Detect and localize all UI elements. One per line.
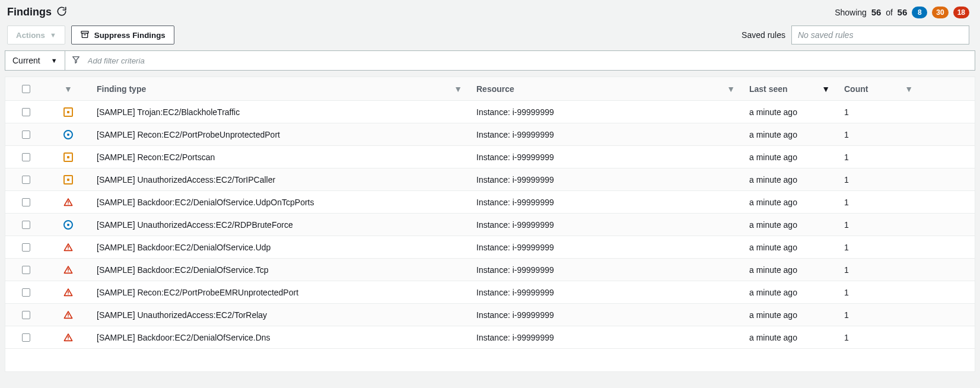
chevron-down-icon: ▼ <box>50 31 56 39</box>
svg-point-4 <box>68 293 68 294</box>
last-seen-cell: a minute ago <box>749 130 797 139</box>
count-cell: 1 <box>844 288 849 297</box>
severity-high-icon <box>63 310 73 320</box>
refresh-icon[interactable] <box>56 6 67 18</box>
finding-type-cell: [SAMPLE] Recon:EC2/PortProbeEMRUnprotect… <box>97 288 298 297</box>
sort-resource[interactable]: ▼ <box>727 84 735 94</box>
archive-icon <box>80 30 90 41</box>
severity-high-icon <box>63 243 73 252</box>
chevron-down-icon: ▼ <box>51 57 58 64</box>
severity-badge-high[interactable]: 18 <box>953 7 969 18</box>
count-cell: 1 <box>844 333 849 342</box>
finding-type-cell: [SAMPLE] UnauthorizedAccess:EC2/TorIPCal… <box>97 175 275 185</box>
row-checkbox[interactable] <box>22 198 30 206</box>
resource-cell: Instance: i-99999999 <box>476 175 554 185</box>
severity-high-icon <box>63 198 73 207</box>
resource-cell: Instance: i-99999999 <box>476 243 554 252</box>
count-cell: 1 <box>844 198 849 207</box>
finding-type-cell: [SAMPLE] Trojan:EC2/BlackholeTraffic <box>97 107 240 117</box>
table-row[interactable]: [SAMPLE] Trojan:EC2/BlackholeTrafficInst… <box>5 101 975 123</box>
count-cell: 1 <box>844 220 849 230</box>
table-row[interactable]: [SAMPLE] Backdoor:EC2/DenialOfService.Ud… <box>5 191 975 214</box>
last-seen-cell: a minute ago <box>749 198 797 207</box>
last-seen-cell: a minute ago <box>749 152 797 162</box>
severity-badge-low[interactable]: 8 <box>912 7 927 18</box>
finding-type-cell: [SAMPLE] Backdoor:EC2/DenialOfService.Tc… <box>97 265 268 275</box>
filter-scope-select[interactable]: Current ▼ <box>5 51 65 70</box>
saved-rules-placeholder: No saved rules <box>798 30 853 40</box>
filter-icon <box>71 55 81 66</box>
row-checkbox[interactable] <box>22 266 30 274</box>
table-row[interactable]: [SAMPLE] Backdoor:EC2/DenialOfService.Tc… <box>5 259 975 281</box>
finding-type-cell: [SAMPLE] UnauthorizedAccess:EC2/RDPBrute… <box>97 220 293 230</box>
resource-cell: Instance: i-99999999 <box>476 130 554 139</box>
sort-count[interactable]: ▼ <box>905 84 913 94</box>
finding-type-cell: [SAMPLE] Backdoor:EC2/DenialOfService.Ud… <box>97 198 314 207</box>
actions-dropdown[interactable]: Actions ▼ <box>7 26 65 44</box>
table-row[interactable]: [SAMPLE] UnauthorizedAccess:EC2/RDPBrute… <box>5 214 975 236</box>
row-checkbox[interactable] <box>22 288 30 297</box>
sort-severity[interactable]: ▼ <box>64 84 72 94</box>
last-seen-cell: a minute ago <box>749 265 797 275</box>
row-checkbox[interactable] <box>22 243 30 252</box>
resource-cell: Instance: i-99999999 <box>476 220 554 230</box>
saved-rules-select[interactable]: No saved rules <box>791 26 969 44</box>
last-seen-cell: a minute ago <box>749 288 797 297</box>
severity-high-icon <box>63 288 73 297</box>
finding-type-cell: [SAMPLE] Recon:EC2/Portscan <box>97 152 215 162</box>
count-cell: 1 <box>844 175 849 185</box>
select-all-checkbox[interactable] <box>22 85 30 93</box>
severity-low-icon <box>63 220 73 230</box>
severity-medium-icon <box>63 152 73 162</box>
table-row[interactable]: [SAMPLE] Recon:EC2/PortProbeUnprotectedP… <box>5 123 975 146</box>
sort-finding-type[interactable]: ▼ <box>454 84 462 94</box>
resource-cell: Instance: i-99999999 <box>476 198 554 207</box>
table-row[interactable]: [SAMPLE] Recon:EC2/PortProbeEMRUnprotect… <box>5 281 975 304</box>
severity-medium-icon <box>63 107 73 117</box>
severity-low-icon <box>63 130 73 139</box>
row-checkbox[interactable] <box>22 333 30 342</box>
resource-cell: Instance: i-99999999 <box>476 265 554 275</box>
table-row[interactable]: [SAMPLE] UnauthorizedAccess:EC2/TorIPCal… <box>5 168 975 191</box>
svg-point-2 <box>68 248 68 249</box>
last-seen-cell: a minute ago <box>749 107 797 117</box>
table-row[interactable]: [SAMPLE] UnauthorizedAccess:EC2/TorRelay… <box>5 304 975 326</box>
filter-input[interactable] <box>87 56 969 66</box>
row-checkbox[interactable] <box>22 311 30 319</box>
count-cell: 1 <box>844 130 849 139</box>
table-row[interactable]: [SAMPLE] Recon:EC2/PortscanInstance: i-9… <box>5 146 975 168</box>
last-seen-cell: a minute ago <box>749 243 797 252</box>
table-row[interactable]: [SAMPLE] Backdoor:EC2/DenialOfService.Ud… <box>5 236 975 259</box>
count-cell: 1 <box>844 265 849 275</box>
sort-last-seen[interactable]: ▼ <box>822 84 830 94</box>
severity-high-icon <box>63 265 73 275</box>
row-checkbox[interactable] <box>22 153 30 161</box>
column-header-resource: Resource <box>476 84 514 94</box>
row-checkbox[interactable] <box>22 131 30 139</box>
severity-medium-icon <box>63 175 73 185</box>
column-header-count: Count <box>844 84 868 94</box>
row-checkbox[interactable] <box>22 108 30 116</box>
count-cell: 1 <box>844 243 849 252</box>
severity-badge-medium[interactable]: 30 <box>932 7 948 18</box>
svg-point-3 <box>68 271 68 271</box>
finding-type-cell: [SAMPLE] Backdoor:EC2/DenialOfService.Ud… <box>97 243 271 252</box>
suppress-findings-button[interactable]: Suppress Findings <box>71 26 174 44</box>
count-cell: 1 <box>844 310 849 320</box>
resource-cell: Instance: i-99999999 <box>476 107 554 117</box>
last-seen-cell: a minute ago <box>749 175 797 185</box>
last-seen-cell: a minute ago <box>749 310 797 320</box>
svg-point-5 <box>68 316 68 316</box>
page-title: Findings <box>7 6 52 18</box>
suppress-label: Suppress Findings <box>94 31 166 40</box>
row-checkbox[interactable] <box>22 221 30 229</box>
count-cell: 1 <box>844 107 849 117</box>
showing-count: Showing 56 of 56 <box>835 7 907 17</box>
resource-cell: Instance: i-99999999 <box>476 152 554 162</box>
table-row[interactable]: [SAMPLE] Backdoor:EC2/DenialOfService.Dn… <box>5 326 975 349</box>
row-checkbox[interactable] <box>22 176 30 184</box>
svg-point-6 <box>68 338 68 339</box>
resource-cell: Instance: i-99999999 <box>476 310 554 320</box>
filter-scope-label: Current <box>12 56 40 65</box>
count-cell: 1 <box>844 152 849 162</box>
